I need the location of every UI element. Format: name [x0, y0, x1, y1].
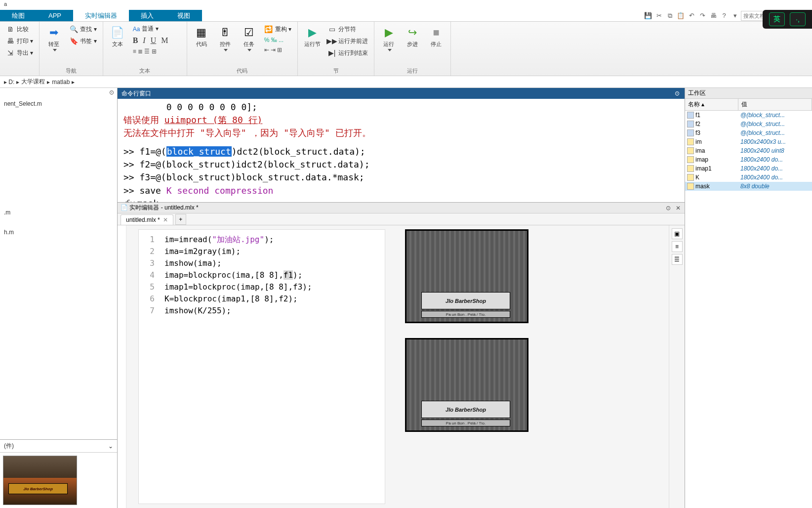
text-format-buttons[interactable]: B I U M	[131, 35, 170, 46]
run-button[interactable]: ▶运行	[378, 24, 399, 53]
export-button[interactable]: ⇲导出 ▾	[4, 47, 35, 58]
minimize-icon[interactable]: ⊙	[674, 90, 681, 97]
comment-buttons[interactable]: % ‰ ...	[262, 36, 293, 44]
image-sign-text: Jlo BarberShop	[421, 292, 510, 309]
indent-buttons[interactable]: ⇤ ⇥ ⊞	[262, 45, 293, 54]
workspace-row[interactable]: f1@(block_struct...	[685, 111, 812, 120]
workspace-list[interactable]: f1@(block_struct...f2@(block_struct...f3…	[685, 111, 812, 508]
editor-tab[interactable]: untitled.mlx *✕	[121, 214, 173, 225]
tab-live-editor[interactable]: 实时编辑器	[73, 10, 129, 21]
command-window[interactable]: 0 0 0 0 0 0 0 0]; 错误使用 uiimport (第 80 行)…	[118, 99, 685, 203]
ribbon-group-section: ▶运行节 ▭分节符 ▶▶运行并前进 ▶|运行到结束 节	[298, 22, 374, 76]
minimize-icon[interactable]: ⊙	[665, 205, 672, 212]
run-section-button[interactable]: ▶运行节	[302, 24, 323, 50]
refactor-button[interactable]: 🔁重构 ▾	[262, 24, 293, 35]
cmd-line: >> f3=@(block_struct)block_struct.data.*…	[123, 171, 679, 184]
text-style-dropdown[interactable]: Aa 普通 ▾	[131, 24, 170, 34]
workspace-row[interactable]: f2@(block_struct...	[685, 120, 812, 128]
editor-body: 1234567 im=imread("加油站.jpg"); ima=im2gra…	[118, 225, 685, 508]
cut-icon[interactable]: ✂	[654, 11, 664, 21]
find-button[interactable]: 🔍查找 ▾	[67, 24, 98, 35]
print-icon[interactable]: 🖶	[708, 11, 718, 21]
output-hide-button[interactable]: ☰	[672, 254, 683, 265]
code-pane[interactable]: 1234567 im=imread("加油站.jpg"); ima=im2gra…	[138, 229, 385, 504]
run-advance-button[interactable]: ▶▶运行并前进	[325, 36, 370, 46]
details-header[interactable]: (件)⌄	[0, 440, 117, 453]
cmd-line: >> f2=@(block_struct)idct2(block_struct.…	[123, 158, 679, 171]
variable-value: 1800x2400 do...	[738, 156, 812, 164]
controls-button[interactable]: 🎚控件	[215, 24, 236, 53]
goto-button[interactable]: ➡ 转至	[43, 24, 64, 53]
workspace-columns[interactable]: 名称 ▴ 值	[685, 99, 812, 111]
workspace-row[interactable]: f3@(block_struct...	[685, 128, 812, 137]
code-line: ima=im2gray(im);	[164, 246, 379, 257]
workspace-row[interactable]: imap1800x2400 do...	[685, 155, 812, 164]
copy-icon[interactable]: ⧉	[665, 11, 675, 21]
workspace-row[interactable]: mask8x8 double	[685, 182, 812, 191]
variable-value: 1800x2400x3 u...	[738, 138, 812, 146]
tasks-button[interactable]: ☑任务	[239, 24, 259, 53]
bookmark-button[interactable]: 🔖书签 ▾	[67, 36, 98, 46]
breadcrumb-segment[interactable]: 大学课程	[21, 78, 45, 86]
tab-app[interactable]: APP	[37, 10, 73, 21]
step-button[interactable]: ↪步进	[402, 24, 423, 50]
advance-icon: ▶▶	[327, 37, 336, 45]
workspace-row[interactable]: K1800x2400 do...	[685, 173, 812, 182]
ime-lang-key[interactable]: 英	[769, 12, 785, 26]
variable-icon	[687, 129, 694, 136]
cmd-prompt[interactable]: fx mask	[123, 198, 679, 203]
file-item[interactable]: nent_Select.m	[2, 99, 115, 109]
code-area[interactable]: im=imread("加油站.jpg"); ima=im2gray(im); i…	[159, 230, 385, 321]
image-sign-text: Jlo BarberShop	[421, 401, 510, 418]
variable-icon	[687, 165, 694, 172]
workspace-row[interactable]: imap11800x2400 do...	[685, 164, 812, 173]
ribbon-group-code: ▦代码 🎚控件 ☑任务 🔁重构 ▾ % ‰ ... ⇤ ⇥ ⊞ 代码	[187, 22, 298, 76]
save-icon[interactable]: 💾	[643, 11, 653, 21]
ribbon-group-text: 📄 文本 Aa 普通 ▾ B I U M ≡ ≣ ☰ ⊞ 文本	[103, 22, 187, 76]
new-tab-button[interactable]: +	[175, 214, 186, 225]
tab-view[interactable]: 视图	[165, 10, 202, 21]
file-item[interactable]: h.m	[2, 227, 115, 237]
error-link[interactable]: uiimport (第 80 行)	[164, 115, 263, 125]
redo-icon[interactable]: ↷	[697, 11, 707, 21]
section-icon: ▭	[327, 25, 336, 34]
minimize-icon[interactable]: ⊙	[108, 89, 115, 96]
slider-icon: 🎚	[218, 26, 232, 40]
undo-icon[interactable]: ↶	[687, 11, 696, 21]
workspace-row[interactable]: ima1800x2400 uint8	[685, 146, 812, 155]
breadcrumb[interactable]: ▸ D: ▸ 大学课程 ▸ matlab ▸	[0, 76, 812, 88]
workspace-row[interactable]: im1800x2400x3 u...	[685, 137, 812, 146]
variable-name: f1	[695, 112, 700, 119]
variable-name: mask	[695, 183, 710, 190]
compare-button[interactable]: 🗎比较	[4, 24, 35, 35]
text-icon: 📄	[111, 26, 124, 40]
ribbon-group-title	[4, 74, 35, 75]
tab-plot[interactable]: 绘图	[0, 10, 37, 21]
code-button[interactable]: ▦代码	[191, 24, 212, 50]
output-inline-button[interactable]: ≡	[672, 241, 683, 252]
print-button[interactable]: 🖶打印 ▾	[4, 36, 35, 46]
stop-button[interactable]: ■停止	[426, 24, 447, 50]
text-button[interactable]: 📄 文本	[107, 24, 128, 50]
section-break-button[interactable]: ▭分节符	[325, 24, 370, 35]
ime-indicator[interactable]: 英 ·,	[763, 10, 812, 29]
variable-name: f3	[695, 129, 700, 136]
resources-icon[interactable]: ▾	[730, 11, 740, 21]
ws-col-name[interactable]: 名称 ▴	[685, 99, 738, 110]
run-to-end-button[interactable]: ▶|运行到结束	[325, 47, 370, 58]
list-buttons[interactable]: ≡ ≣ ☰ ⊞	[131, 47, 170, 56]
ribbon-group-title: 节	[302, 66, 370, 75]
close-icon[interactable]: ✕	[675, 205, 682, 212]
help-icon[interactable]: ?	[719, 11, 729, 21]
file-item[interactable]: .m	[2, 208, 115, 217]
ime-punct-key[interactable]: ·,	[790, 12, 806, 26]
output-right-button[interactable]: ▣	[672, 228, 683, 239]
tab-insert[interactable]: 插入	[129, 10, 165, 21]
breadcrumb-segment[interactable]: ▸ D:	[4, 79, 14, 85]
breadcrumb-segment[interactable]: matlab	[52, 79, 70, 85]
ws-col-value[interactable]: 值	[738, 99, 812, 110]
code-line: imshow(K/255);	[164, 305, 379, 317]
paste-icon[interactable]: 📋	[676, 11, 686, 21]
play-section-icon: ▶	[305, 26, 319, 40]
close-icon[interactable]: ✕	[163, 216, 168, 223]
